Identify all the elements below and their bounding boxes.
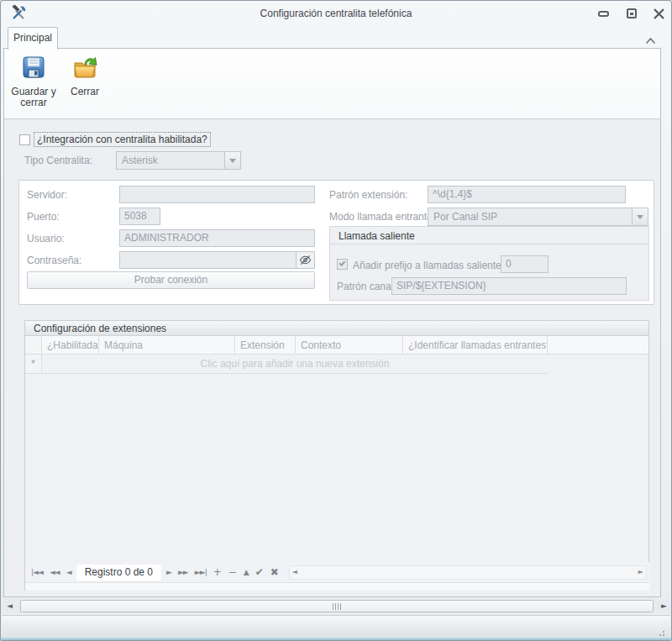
grid-header-row: ¿Habilitada? Máquina Extensión Contexto … [25,336,648,355]
cerrar-button[interactable]: Cerrar [64,50,106,116]
grid-col-empty [548,336,650,354]
new-row-indicator-icon: * [25,355,42,374]
nav-prev-button[interactable]: ◄ [63,568,75,576]
integration-checkbox[interactable] [19,134,30,145]
grid-col-habilitada[interactable]: ¿Habilitada? [42,336,99,354]
eye-slash-icon [299,254,312,266]
chevron-up-icon [645,37,656,45]
dropdown-button[interactable] [632,208,648,225]
ribbon-separator [108,51,109,115]
usuario-label: Usuario: [27,233,65,244]
close-icon [654,8,664,19]
record-count-label: Registro 0 de 0 [76,565,161,581]
servidor-label: Servidor: [27,189,67,201]
grid-col-contexto[interactable]: Contexto [296,336,403,354]
save-and-close-button[interactable]: Guardar y cerrar [8,50,60,116]
cerrar-label: Cerrar [64,87,106,97]
modo-llamada-label: Modo llamada entrante: [329,211,435,223]
probar-conexion-button[interactable]: Probar conexión [27,271,315,289]
scrollbar-right-arrow[interactable]: ► [661,602,667,610]
new-row-hint[interactable]: Clic aquí para añadir una nueva extensió… [42,355,548,374]
scrollbar-grip-icon [333,603,342,610]
nav-next-page-button[interactable]: ►► [175,568,192,576]
tipo-centralita-select[interactable]: Asterisk [116,151,241,170]
connection-panel: Servidor: Puerto: 5038 Usuario: ADMINIST… [18,180,654,305]
grid-footer-strip [25,582,650,591]
grid-col-extension[interactable]: Extensión [235,336,296,354]
grid-col-identificar[interactable]: ¿Identificar llamadas entrantes? [403,336,548,354]
minimize-button[interactable] [594,6,612,21]
scroll-right-icon[interactable]: ► [638,568,643,575]
scrollbar-thumb[interactable] [20,600,654,612]
prefijo-input[interactable]: 0 [501,255,549,273]
maximize-button[interactable] [622,6,641,21]
patron-extension-input[interactable]: ^\d{1,4}$ [428,186,626,203]
record-navigator: |◄◄ ◄◄ ◄ Registro 0 de 0 ► ►► ►►| + − ▲ … [25,562,650,582]
servidor-input[interactable] [119,186,315,203]
nav-cancel-button[interactable]: ✖ [267,566,282,578]
prefijo-checkbox-label: Añadir prefijo a llamadas salientes [353,260,507,271]
patron-canal-input[interactable]: SIP/${EXTENSION} [391,277,627,295]
status-bar [2,615,670,638]
contrasena-label: Contraseña: [27,255,81,266]
minimize-icon [598,11,609,17]
nav-add-button[interactable]: + [210,566,225,578]
nav-prev-page-button[interactable]: ◄◄ [46,568,63,576]
ribbon-collapse-button[interactable] [645,33,656,48]
nav-last-button[interactable]: ►►| [192,568,210,576]
grid-indicator-header [25,336,42,354]
nav-first-button[interactable]: |◄◄ [28,568,46,576]
tab-principal[interactable]: Principal [8,27,58,50]
window-horizontal-scrollbar[interactable]: ◄ ► [3,599,670,613]
window-title: Configuración centralita telefónica [1,8,671,19]
chevron-down-icon [229,159,236,163]
password-reveal-button[interactable] [296,252,314,268]
tipo-centralita-label: Tipo Centralita: [24,155,92,166]
nav-edit-button[interactable]: ▲ [240,568,252,576]
grid-horizontal-scrollbar[interactable]: ◄ ► [289,565,647,580]
puerto-label: Puerto: [27,211,60,223]
llamada-saliente-group: Llamada saliente Añadir prefijo a llamad… [329,226,649,301]
ribbon: Guardar y cerrar Cerrar [4,49,660,119]
prefijo-checkbox[interactable] [337,259,348,270]
exit-folder-icon [71,54,98,81]
patron-extension-label: Patrón extensión: [329,189,407,201]
modo-llamada-select[interactable]: Por Canal SIP [428,208,648,226]
ribbon-separator [61,51,62,115]
nav-post-button[interactable]: ✔ [252,566,267,578]
llamada-saliente-title: Llamada saliente [330,227,648,244]
title-bar[interactable]: Configuración centralita telefónica [1,1,671,26]
chevron-down-icon [637,215,643,219]
save-and-close-label: Guardar y cerrar [8,87,60,108]
dropdown-button[interactable] [224,152,240,169]
integration-checkbox-label[interactable]: ¿Integración con centralita habilitada? [34,132,211,147]
maximize-icon [627,8,637,18]
puerto-input[interactable]: 5038 [119,208,160,225]
nav-delete-button[interactable]: − [225,566,240,578]
scroll-left-icon[interactable]: ◄ [292,568,297,575]
grid-col-maquina[interactable]: Máquina [99,336,235,354]
grid-new-row[interactable]: * Clic aquí para añadir una nueva extens… [25,355,650,374]
scrollbar-left-arrow[interactable]: ◄ [7,602,13,610]
patron-canal-label: Patrón canal: [337,281,396,292]
window-bottom-edge [1,638,671,640]
contrasena-input[interactable] [119,251,315,269]
extensions-panel: Configuración de extensiones ¿Habilitada… [24,320,649,591]
check-icon [339,260,346,266]
modo-llamada-value: Por Canal SIP [433,211,629,223]
close-button[interactable] [649,6,668,21]
extensions-panel-title: Configuración de extensiones [25,321,648,336]
nav-next-button[interactable]: ► [163,568,175,576]
usuario-input[interactable]: ADMINISTRADOR [119,229,315,247]
dialog-window: Configuración centralita telefónica Prin… [0,0,672,641]
save-icon [20,54,47,81]
resize-grip-icon[interactable] [663,631,664,633]
tipo-centralita-value: Asterisk [122,155,222,166]
